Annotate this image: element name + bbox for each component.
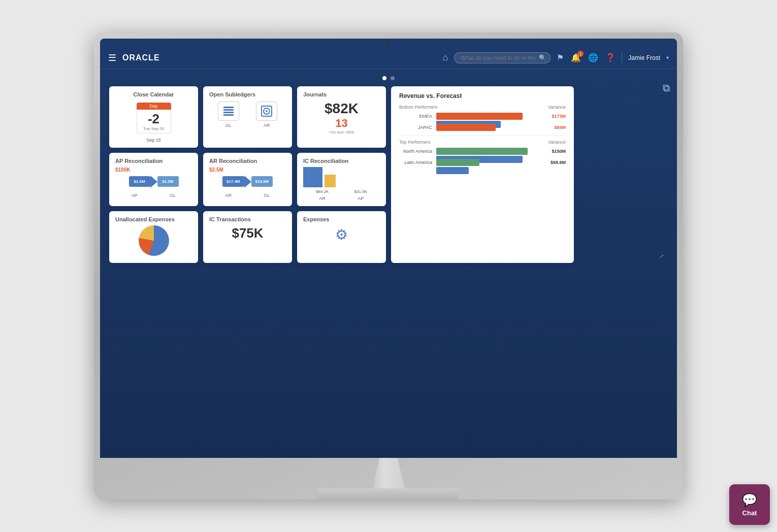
latin-america-row: Latin America $58.6M xyxy=(399,159,566,166)
monitor-stand xyxy=(100,458,677,500)
svg-rect-3 xyxy=(223,114,234,116)
emea-bar-red xyxy=(436,113,523,120)
journals-note: >5d and >$5K xyxy=(303,130,380,135)
ic-reconciliation-card: IC Reconciliation $84.2K $31.5K AR AP xyxy=(297,153,386,206)
north-america-bars xyxy=(436,148,544,155)
subledger-ar[interactable]: AR xyxy=(256,102,277,128)
cal-number: -2 xyxy=(137,112,171,126)
screen-bezel: ☰ ORACLE ⌂ 🔍 ⚑ 🔔 1 🌐 ❓ xyxy=(100,39,677,458)
stand-base xyxy=(317,488,460,500)
pagination-dots xyxy=(109,76,668,80)
screen: ☰ ORACLE ⌂ 🔍 ⚑ 🔔 1 🌐 ❓ xyxy=(100,39,677,458)
unallocated-title: Unallocated Expenses xyxy=(115,216,192,222)
ic-ar-amount: $84.2K xyxy=(316,189,329,194)
ar-rec-diagram: $17.4M $19.9M xyxy=(209,176,286,188)
revenue-expand-icon[interactable]: ⤢ xyxy=(660,253,664,259)
ap-reconciliation-card: AP Reconciliation $100K $1.6M $1.5M AP G… xyxy=(109,153,198,206)
ap-label: AP xyxy=(132,193,138,198)
japac-bars xyxy=(436,124,544,131)
globe-icon[interactable]: 🌐 xyxy=(588,53,598,62)
ic-ap-label: AP xyxy=(358,196,364,201)
journals-card: Journals $82K 13 >5d and >$5K xyxy=(297,86,386,148)
north-america-row: North America $150M xyxy=(399,148,566,155)
pagination-dot-1[interactable] xyxy=(382,76,386,80)
ar-label: AR xyxy=(225,193,232,198)
cal-date-below: Sep 15 xyxy=(146,138,161,143)
emea-variance: $173M xyxy=(548,114,566,119)
svg-point-6 xyxy=(266,110,268,112)
ic-amounts: $84.2K $31.5K xyxy=(303,189,380,194)
latin-america-bars xyxy=(436,159,544,166)
japac-label: JAPAC xyxy=(399,125,432,130)
latin-america-bar-blue xyxy=(436,167,469,174)
ap-box-left: $1.6M xyxy=(129,176,150,187)
user-dropdown-icon[interactable]: ▾ xyxy=(666,55,669,60)
cal-body: -2 Tue Sep 29 xyxy=(137,110,171,134)
ap-rec-labels: AP GL xyxy=(115,193,192,198)
variance-label-top: Variance xyxy=(548,140,566,145)
top-performers-label: Top Performers xyxy=(399,140,431,145)
open-subledgers-card: Open Subledgers xyxy=(203,86,292,148)
subledger-gl[interactable]: GL xyxy=(218,102,239,128)
chat-bubble-icon: 💬 xyxy=(742,493,757,507)
gl-label-ap: GL xyxy=(170,193,176,198)
ar-rec-subtitle: $2.5M xyxy=(209,167,286,173)
ar-rec-labels: AR GL xyxy=(209,193,286,198)
latin-america-bar-green xyxy=(436,159,479,166)
chat-label: Chat xyxy=(742,509,757,517)
svg-rect-1 xyxy=(223,109,234,111)
gl-label: GL xyxy=(225,123,232,128)
ar-reconciliation-card: AR Reconciliation $2.5M $17.4M $19.9M AR… xyxy=(203,153,292,206)
subledger-icons: GL AR xyxy=(209,102,286,128)
north-america-label: North America xyxy=(399,149,432,154)
close-calendar-card: Close Calendar Day -2 Tue Sep 29 Sep 15 xyxy=(109,86,198,148)
ic-diagram xyxy=(303,167,380,187)
navbar: ☰ ORACLE ⌂ 🔍 ⚑ 🔔 1 🌐 ❓ xyxy=(100,47,677,69)
latin-america-variance: $58.6M xyxy=(548,160,566,165)
journals-count: 13 xyxy=(303,117,380,130)
latin-america-label: Latin America xyxy=(399,160,432,165)
ic-transactions-title: IC Transactions xyxy=(209,216,286,222)
journals-amount: $82K xyxy=(303,101,380,117)
notifications-icon[interactable]: 🔔 1 xyxy=(571,53,581,62)
bottom-performers-header: Bottom Performers Variance xyxy=(399,105,566,110)
notification-badge: 1 xyxy=(577,51,584,57)
ic-bar-yellow xyxy=(325,175,336,187)
svg-rect-2 xyxy=(223,112,234,113)
cards-grid: ⧉ Close Calendar Day -2 Tue Sep 29 Sep 1… xyxy=(109,86,668,263)
menu-hamburger-icon[interactable]: ☰ xyxy=(108,52,116,63)
search-input[interactable] xyxy=(454,52,551,63)
filter-icon[interactable]: ⧉ xyxy=(663,82,670,94)
user-menu[interactable]: Jamie Frost xyxy=(628,54,660,61)
ar-box-left: $17.4M xyxy=(222,176,244,187)
open-subledgers-title: Open Subledgers xyxy=(209,91,286,97)
svg-rect-0 xyxy=(223,107,234,108)
gl-icon-box xyxy=(218,102,239,121)
unallocated-expenses-card: Unallocated Expenses xyxy=(109,211,198,263)
chat-widget[interactable]: 💬 Chat xyxy=(729,484,770,525)
bottom-performers-label: Bottom Performers xyxy=(399,105,438,110)
help-icon[interactable]: ❓ xyxy=(605,53,616,62)
ic-ap-amount: $31.5K xyxy=(354,189,367,194)
home-icon[interactable]: ⌂ xyxy=(442,52,448,63)
gl-label-ar: GL xyxy=(264,193,270,198)
ap-arrow-right xyxy=(150,176,157,188)
japac-variance: $84M xyxy=(548,125,566,130)
pagination-dot-2[interactable] xyxy=(391,76,395,80)
monitor: ☰ ORACLE ⌂ 🔍 ⚑ 🔔 1 🌐 ❓ xyxy=(94,32,683,500)
ar-label: AR xyxy=(264,123,270,128)
search-wrap: 🔍 xyxy=(454,52,551,63)
ic-transactions-card: IC Transactions $75K xyxy=(203,211,292,263)
north-america-variance: $150M xyxy=(548,149,566,154)
ar-icon-box xyxy=(256,102,277,121)
flag-icon[interactable]: ⚑ xyxy=(557,53,564,62)
expenses-gear-icon: ⚙ xyxy=(303,226,380,243)
emea-bars xyxy=(436,113,544,120)
japac-row: JAPAC $84M xyxy=(399,124,566,131)
ap-rec-diagram: $1.6M $1.5M xyxy=(115,176,192,188)
ic-transactions-amount: $75K xyxy=(209,225,286,241)
ap-rec-subtitle: $100K xyxy=(115,167,192,173)
ar-rec-title: AR Reconciliation xyxy=(209,158,286,164)
ic-bar-blue xyxy=(303,167,322,187)
nav-icons: ⚑ 🔔 1 🌐 ❓ xyxy=(557,53,616,62)
